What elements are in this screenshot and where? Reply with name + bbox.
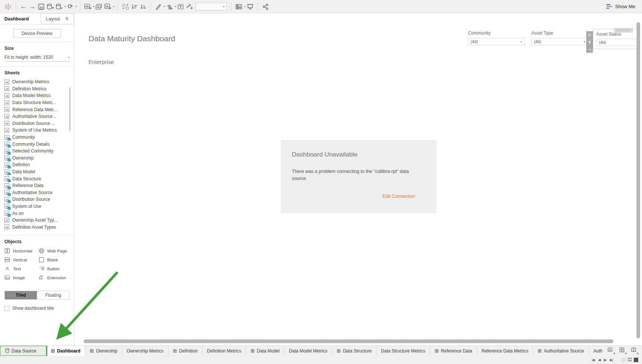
tab-layout[interactable]: Layout ⇅ [41,13,74,24]
sheet-list-item[interactable]: ✓ Ownership Metrics [4,78,72,86]
vertical-scrollbar[interactable] [636,22,640,338]
sheet-tab[interactable]: ⊞ Data Structure Metrics [377,346,430,356]
new-dashboard-tab-icon[interactable]: + [619,347,625,354]
next-sheet-icon[interactable]: ▶ [604,358,606,362]
filter-asset-type-dropdown[interactable]: (All) ▾ [531,38,588,45]
sheet-list-item[interactable]: ✓ Community Details [4,141,72,148]
show-mark-labels-icon[interactable] [176,2,185,12]
sheet-list-item[interactable]: ✓ Ownership [4,155,72,162]
sheet-list-item[interactable]: ✓ System of Use [4,203,72,210]
object-extension[interactable]: Extension [39,275,70,280]
sheet-tab[interactable]: ⊞ Authoritative Source [533,346,589,356]
sheet-tab[interactable]: ⊞ Definition [168,346,203,356]
sheet-list-item[interactable]: ✓ Distribution Source ... [4,120,72,127]
redo-icon[interactable]: → [28,2,37,12]
sheet-tab[interactable]: ⊞ Reference Data [430,346,477,356]
edit-connection-link[interactable]: Edit Connection [383,194,415,199]
show-dashboard-title-checkbox[interactable] [4,306,9,311]
device-preview-button[interactable]: Device Preview [13,29,61,38]
sheet-list-item[interactable]: ✓ Data Model [4,168,72,175]
sheet-tab[interactable]: ⊞ Definition Metrics [203,346,246,356]
sheet-list-item[interactable]: ✓ Definition Metrics [4,86,72,93]
sort-descending-icon[interactable] [139,2,148,12]
sheet-list-item[interactable]: ✓ As on [4,210,72,217]
sheet-list-item[interactable]: ✓ Authoritative Source... [4,113,72,120]
size-dropdown[interactable]: Fit to height: width: 1520 ▾ [4,55,70,62]
sheet-list-item[interactable]: ✓ Distribution Source [4,196,72,203]
show-me-button[interactable]: Show Me [606,4,635,9]
sheet-tab[interactable]: ⊞ Data Model [246,346,284,356]
objects-label: Objects [4,239,70,244]
pin-icon[interactable] [588,41,591,45]
tiled-button[interactable]: Tiled [5,291,37,299]
object-text[interactable]: A Text [4,266,39,271]
sheet-tab[interactable]: ⊞ Dashboard [46,346,86,356]
show-hide-cards-icon[interactable] [235,2,243,12]
previous-sheet-icon[interactable]: ◀ [598,358,600,362]
dashboard-subtitle: Enterprise [88,59,114,65]
horizontal-scrollbar[interactable] [84,339,613,343]
fit-selector[interactable]: ▾ [196,3,227,10]
duplicate-sheet-icon[interactable] [94,2,103,12]
show-tabs-view-icon[interactable] [621,358,626,362]
first-sheet-icon[interactable]: |◀ [592,358,594,362]
show-dashboard-title-row[interactable]: Show dashboard title [4,306,70,311]
sheet-list-item[interactable]: ✓ Authoritative Source [4,189,72,196]
show-sheet-view-icon[interactable] [634,358,638,362]
pause-auto-updates-icon[interactable] [55,2,64,12]
tab-dashboard[interactable]: Dashboard [0,13,41,24]
run-update-caret[interactable]: ▾ [75,5,77,8]
object-blank[interactable]: Blank [39,257,70,262]
sheet-list-item[interactable]: ✓ Reference Data Metr... [4,106,72,113]
fix-axes-icon[interactable] [185,2,194,12]
sheet-list-item[interactable]: ✓ System of Use Metrics [4,127,72,134]
filter-community-dropdown[interactable]: (All) ▾ [468,38,525,45]
new-worksheet-tab-icon[interactable]: + [607,347,613,354]
sheet-list-item[interactable]: ✓ Community [4,134,72,141]
clear-sheet-caret[interactable]: ▾ [113,5,114,8]
swap-rows-columns-icon[interactable] [121,2,130,12]
clear-sheet-icon[interactable] [103,2,112,12]
object-web-page[interactable]: Web Page [39,248,70,254]
object-vertical[interactable]: Vertical [4,257,39,262]
sheet-tab[interactable]: ⊞ Data Structure [332,346,377,356]
object-button[interactable]: Button [39,266,70,271]
share-icon[interactable] [261,2,270,12]
sheet-list-item[interactable]: ✓ Data Model Metrics [4,92,72,99]
sheet-list-item[interactable]: ✓ Ownership Asset Typ... [4,217,72,224]
sheet-tab[interactable]: ⊞ Data Source [0,346,46,356]
filter-more-options-icon[interactable]: ▾ [589,48,591,51]
presentation-mode-icon[interactable] [246,2,255,12]
run-update-icon[interactable]: ⟳ [66,2,75,12]
pane-swap-icon[interactable]: ⇅ [65,16,68,21]
filter-drag-handle[interactable] [614,28,633,33]
sheet-tab[interactable]: ⊞ Ownership Metrics [122,346,168,356]
sheet-name: Ownership Metrics [12,79,49,84]
filter-asset-status-dropdown[interactable]: (All) [596,39,637,46]
sheet-list-item[interactable]: ✓ Selected Community [4,148,72,155]
highlight-icon[interactable] [154,2,163,12]
sheet-tab[interactable]: ⊞ Authorit [589,346,602,356]
remove-filter-icon[interactable]: ✕ [588,33,591,38]
sheet-tab[interactable]: ⊞ Ownership [85,346,122,356]
save-icon[interactable] [37,2,46,12]
sheet-tab[interactable]: ⊞ Data Model Metrics [284,346,332,356]
floating-button[interactable]: Floating [37,291,69,299]
object-horizontal[interactable]: Horizontal [4,248,39,254]
sheet-list-scrollbar[interactable] [69,87,71,131]
sheet-list-item[interactable]: ✓ Definition Asset Types [4,223,72,231]
group-members-icon[interactable] [165,2,174,12]
show-filmstrip-view-icon[interactable] [628,358,632,362]
new-data-source-icon[interactable] [46,2,55,12]
sheet-tab[interactable]: ⊞ Reference Data Metrics [477,346,533,356]
sheet-list-item[interactable]: ✓ Reference Data [4,182,72,189]
undo-icon[interactable]: ← [19,2,28,12]
sheet-list-item[interactable]: ✓ Defintion [4,161,72,168]
new-story-tab-icon[interactable]: + [631,347,637,354]
sort-ascending-icon[interactable] [130,2,139,12]
sheet-list-item[interactable]: ✓ Data Structure [4,175,72,182]
last-sheet-icon[interactable]: ▶| [610,358,613,362]
new-worksheet-icon[interactable] [83,2,92,12]
object-image[interactable]: Image [4,275,39,280]
sheet-list-item[interactable]: ✓ Data Structure Metri... [4,99,72,106]
